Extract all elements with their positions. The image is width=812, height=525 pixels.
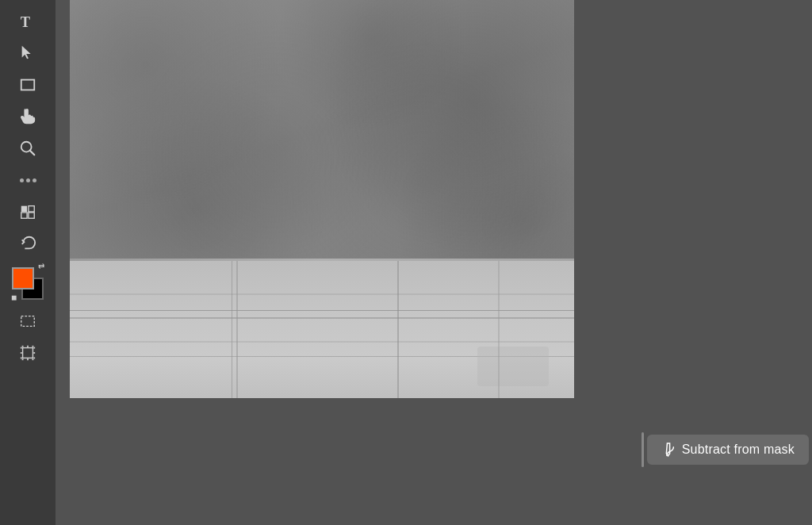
tile-line-v2 xyxy=(397,261,399,398)
image-canvas xyxy=(70,0,574,398)
hand-icon xyxy=(19,108,36,125)
zoom-icon xyxy=(19,140,36,157)
marquee-tool[interactable] xyxy=(10,306,45,336)
subtract-button-label: Subtract from mask xyxy=(682,443,795,457)
rectangle-icon xyxy=(19,76,36,94)
floor-tiles xyxy=(70,261,574,398)
svg-rect-7 xyxy=(29,213,34,218)
main-canvas-area: Subtract from mask xyxy=(56,0,812,525)
subtract-from-mask-button[interactable]: Subtract from mask xyxy=(647,435,809,465)
tile-line-h1 xyxy=(70,310,574,312)
svg-rect-1 xyxy=(21,80,35,90)
foreground-color-swatch[interactable] xyxy=(12,267,34,289)
selection-tool[interactable] xyxy=(10,38,45,68)
marquee-icon xyxy=(19,312,36,330)
svg-rect-5 xyxy=(29,206,34,212)
more-tools-icon xyxy=(20,178,36,182)
floor-spot xyxy=(477,347,549,386)
hand-tool[interactable] xyxy=(10,102,45,132)
color-swatches[interactable]: ⇄ ◼ xyxy=(10,263,45,301)
layers-icon xyxy=(19,203,36,220)
tile-line-v1 xyxy=(232,261,233,398)
zoom-tool[interactable] xyxy=(10,133,45,163)
tooltip-divider-bar xyxy=(642,432,644,467)
artboard-icon xyxy=(19,344,36,362)
artboard-tool[interactable] xyxy=(10,338,45,368)
rectangle-tool[interactable] xyxy=(10,70,45,100)
toolbar: T xyxy=(0,0,56,525)
svg-rect-9 xyxy=(23,348,33,358)
svg-text:T: T xyxy=(21,14,30,30)
more-tools[interactable] xyxy=(10,165,45,195)
arrow-icon xyxy=(19,44,36,62)
text-icon: T xyxy=(19,13,36,30)
layers-tool[interactable] xyxy=(10,197,45,227)
svg-rect-6 xyxy=(21,213,27,218)
swap-colors-icon: ⇄ xyxy=(38,262,44,270)
default-colors-icon: ◼ xyxy=(11,293,17,301)
text-tool[interactable]: T xyxy=(10,6,45,36)
undo-tool[interactable] xyxy=(10,228,45,259)
svg-rect-8 xyxy=(21,316,35,327)
svg-rect-4 xyxy=(21,206,27,212)
wall-texture xyxy=(70,0,574,259)
svg-line-3 xyxy=(30,151,35,155)
subtract-tooltip: Subtract from mask xyxy=(642,432,809,467)
brush-icon xyxy=(658,439,678,459)
undo-icon xyxy=(19,235,36,252)
